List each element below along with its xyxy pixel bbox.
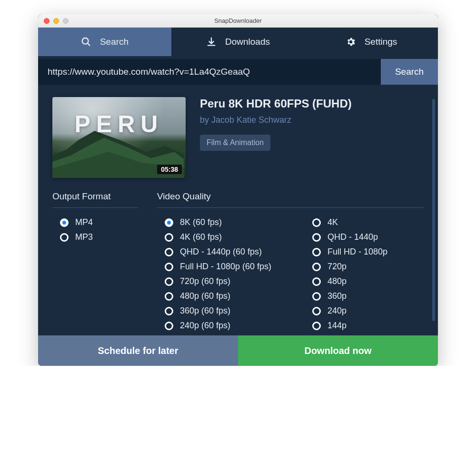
radio-label: MP3 — [75, 232, 93, 242]
titlebar: SnapDownloader — [38, 14, 438, 28]
video-duration: 05:38 — [157, 165, 182, 174]
quality-option[interactable]: 8K (60 fps) — [157, 217, 271, 227]
radio-label: 4K — [327, 217, 338, 227]
radio-icon — [165, 263, 173, 271]
quality-option[interactable]: QHD - 1440p (60 fps) — [157, 247, 271, 257]
radio-icon — [312, 263, 321, 271]
search-bar: Search — [38, 59, 438, 85]
radio-label: Full HD - 1080p — [327, 247, 387, 257]
output-format-panel: Output Format MP4MP3 — [52, 191, 138, 331]
radio-label: 240p — [327, 306, 347, 316]
maximize-window-icon[interactable] — [63, 18, 69, 24]
tab-search-label: Search — [100, 37, 129, 47]
video-title: Peru 8K HDR 60FPS (FUHD) — [200, 97, 352, 110]
radio-label: 240p (60 fps) — [180, 321, 230, 331]
radio-icon — [165, 248, 173, 256]
radio-label: Full HD - 1080p (60 fps) — [180, 262, 271, 272]
search-icon — [81, 37, 91, 47]
window-title: SnapDownloader — [38, 17, 438, 24]
options-area: Output Format MP4MP3 Video Quality 8K (6… — [52, 191, 424, 331]
radio-icon — [60, 218, 69, 227]
radio-icon — [312, 233, 321, 242]
main-content: PERU 05:38 Peru 8K HDR 60FPS (FUHD) by J… — [38, 85, 438, 335]
radio-label: 360p (60 fps) — [180, 306, 230, 316]
radio-label: 144p — [327, 321, 347, 331]
radio-icon — [165, 307, 173, 315]
radio-label: 480p — [327, 276, 347, 286]
quality-option[interactable]: 720p — [305, 262, 387, 272]
schedule-button[interactable]: Schedule for later — [38, 335, 238, 366]
video-quality-heading: Video Quality — [157, 191, 424, 208]
radio-label: QHD - 1440p (60 fps) — [180, 247, 262, 257]
tab-settings-label: Settings — [365, 37, 397, 47]
tab-downloads[interactable]: Downloads — [171, 28, 305, 56]
radio-icon — [165, 322, 173, 330]
main-tabs: Search Downloads Settings — [38, 28, 438, 56]
quality-option[interactable]: 144p — [305, 321, 387, 331]
video-category-tag[interactable]: Film & Animation — [200, 135, 270, 151]
action-bar: Schedule for later Download now — [38, 335, 438, 366]
radio-label: 480p (60 fps) — [180, 291, 230, 301]
radio-icon — [165, 292, 173, 301]
radio-icon — [165, 218, 173, 227]
video-quality-panel: Video Quality 8K (60 fps)4K (60 fps)QHD … — [157, 191, 424, 331]
radio-label: QHD - 1440p — [327, 232, 378, 242]
quality-option[interactable]: Full HD - 1080p — [305, 247, 387, 257]
radio-icon — [60, 233, 69, 242]
quality-option[interactable]: 4K — [305, 217, 387, 227]
quality-option[interactable]: 240p (60 fps) — [157, 321, 271, 331]
gear-icon — [346, 37, 356, 47]
radio-icon — [312, 292, 321, 301]
radio-icon — [312, 218, 321, 227]
format-option-mp4[interactable]: MP4 — [52, 217, 138, 227]
radio-label: 720p (60 fps) — [180, 276, 230, 286]
radio-label: 4K (60 fps) — [180, 232, 222, 242]
format-option-mp3[interactable]: MP3 — [52, 232, 138, 242]
search-button[interactable]: Search — [381, 59, 438, 85]
radio-label: 360p — [327, 291, 347, 301]
quality-option[interactable]: 480p — [305, 276, 387, 286]
radio-label: MP4 — [75, 217, 93, 227]
tab-downloads-label: Downloads — [225, 37, 270, 47]
quality-option[interactable]: 480p (60 fps) — [157, 291, 271, 301]
radio-icon — [312, 277, 321, 286]
scrollbar[interactable] — [432, 99, 435, 321]
radio-label: 720p — [327, 262, 347, 272]
close-window-icon[interactable] — [44, 18, 50, 24]
quality-option[interactable]: Full HD - 1080p (60 fps) — [157, 262, 271, 272]
radio-icon — [312, 322, 321, 330]
url-input[interactable] — [38, 59, 381, 85]
video-thumbnail[interactable]: PERU 05:38 — [52, 97, 186, 178]
tab-settings[interactable]: Settings — [305, 28, 438, 56]
minimize-window-icon[interactable] — [53, 18, 59, 24]
window-controls — [38, 18, 69, 24]
download-icon — [206, 37, 217, 47]
radio-icon — [165, 233, 173, 242]
output-format-heading: Output Format — [52, 191, 138, 208]
radio-icon — [312, 248, 321, 256]
radio-label: 8K (60 fps) — [180, 217, 222, 227]
quality-option[interactable]: 360p (60 fps) — [157, 306, 271, 316]
quality-option[interactable]: 720p (60 fps) — [157, 276, 271, 286]
tab-search[interactable]: Search — [38, 28, 171, 56]
radio-icon — [312, 307, 321, 315]
app-window: SnapDownloader Search Downloads Settings… — [38, 14, 438, 366]
quality-option[interactable]: 360p — [305, 291, 387, 301]
video-result: PERU 05:38 Peru 8K HDR 60FPS (FUHD) by J… — [52, 97, 424, 178]
quality-option[interactable]: 240p — [305, 306, 387, 316]
video-author: by Jacob Katie Schwarz — [200, 115, 352, 125]
thumbnail-text: PERU — [52, 110, 186, 138]
quality-option[interactable]: QHD - 1440p — [305, 232, 387, 242]
quality-option[interactable]: 4K (60 fps) — [157, 232, 271, 242]
svg-line-1 — [88, 43, 90, 46]
download-button[interactable]: Download now — [238, 335, 438, 366]
video-meta: Peru 8K HDR 60FPS (FUHD) by Jacob Katie … — [200, 97, 352, 151]
radio-icon — [165, 277, 173, 286]
